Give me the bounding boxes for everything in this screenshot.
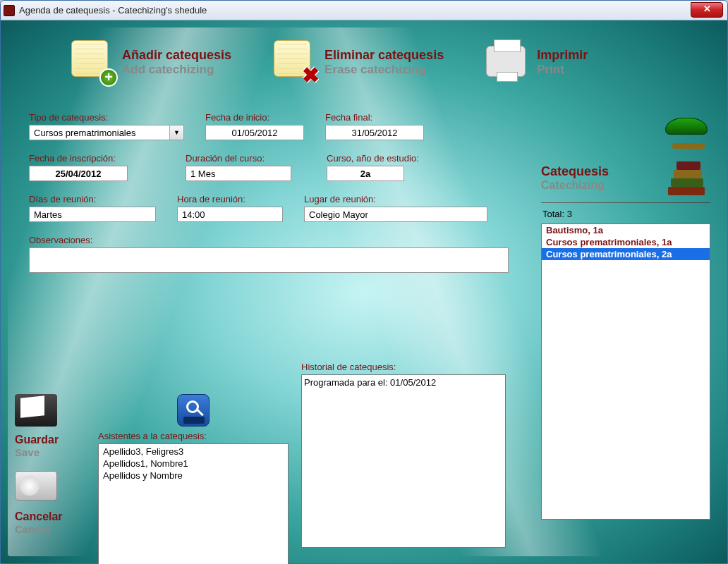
list-item[interactable]: Apellido3, Feligres3: [100, 446, 286, 458]
save-label-es: Guardar: [15, 434, 59, 446]
dias-input[interactable]: [29, 207, 156, 222]
list-item[interactable]: Apellidos y Nombre: [100, 470, 286, 482]
add-catechizing-button[interactable]: + Añadir catequesis Add catechizing: [71, 32, 231, 92]
erase-catechizing-button[interactable]: ✖ Eliminar catequesis Erase catechizing: [274, 32, 444, 92]
panel-divider: [541, 202, 710, 203]
lugar-input[interactable]: [304, 207, 487, 222]
form-area: Tipo de catequesis: ▼ Fecha de inicio: F…: [29, 112, 523, 273]
historial-listbox[interactable]: Programada para el: 01/05/2012: [301, 374, 506, 548]
printer-icon: [486, 40, 530, 84]
hora-input[interactable]: [177, 207, 283, 222]
cancel-label-es: Cancelar: [15, 510, 63, 523]
tipo-label: Tipo de catequesis:: [29, 112, 184, 123]
list-item[interactable]: Cursos prematrimoniales, 1a: [542, 236, 710, 248]
list-item[interactable]: Cursos prematrimoniales, 2a: [542, 248, 710, 260]
obs-label: Observaciones:: [29, 235, 523, 245]
fecha-inscr-input[interactable]: [29, 166, 128, 181]
magnifier-icon: [186, 400, 199, 413]
lugar-label: Lugar de reunión:: [304, 194, 487, 204]
erase-label-en: Erase catechizing: [324, 63, 444, 77]
books-icon: [664, 156, 715, 195]
catequesis-panel: Catequesis Catechizing Total: 3 Bautismo…: [541, 152, 710, 520]
client-area: + Añadir catequesis Add catechizing ✖ El…: [1, 20, 727, 563]
add-label-es: Añadir catequesis: [122, 48, 231, 63]
list-item[interactable]: Programada para el: 01/05/2012: [304, 377, 503, 388]
duracion-label: Duración del curso:: [186, 153, 291, 164]
cancel-button[interactable]: ✖ Cancelar Cancel: [15, 471, 85, 535]
app-window: Agenda de catequesis - Catechizing's she…: [0, 0, 728, 564]
tipo-select[interactable]: [29, 125, 184, 140]
obs-textarea[interactable]: [29, 247, 509, 273]
asistentes-label: Asistentes a la catequesis:: [98, 431, 289, 441]
dropdown-icon[interactable]: ▼: [169, 125, 183, 140]
lamp-icon: [665, 118, 715, 152]
print-button[interactable]: Imprimir Print: [486, 32, 588, 92]
search-attendees-button[interactable]: [177, 394, 210, 427]
add-label-en: Add catechizing: [122, 63, 231, 77]
fecha-final-input[interactable]: [325, 125, 424, 140]
list-item[interactable]: Apellidos1, Nombre1: [100, 458, 286, 470]
app-icon: [4, 5, 15, 16]
cancel-label-en: Cancel: [15, 523, 49, 535]
close-button[interactable]: ✕: [691, 2, 723, 18]
titlebar: Agenda de catequesis - Catechizing's she…: [1, 1, 727, 20]
duracion-input[interactable]: [186, 166, 291, 181]
fecha-final-label: Fecha final:: [325, 112, 424, 123]
list-item[interactable]: Bautismo, 1a: [542, 224, 710, 236]
toolbar: + Añadir catequesis Add catechizing ✖ El…: [71, 32, 706, 92]
curso-label: Curso, año de estudio:: [327, 153, 419, 164]
print-label-es: Imprimir: [537, 48, 588, 63]
historial-label: Historial de catequesis:: [301, 362, 506, 372]
lower-section: Guardar Save ✖ Cancelar Cancel Asistente…: [15, 394, 523, 564]
catequesis-listbox[interactable]: Bautismo, 1aCursos prematrimoniales, 1aC…: [541, 223, 710, 520]
note-delete-icon: ✖: [274, 40, 317, 84]
fecha-inicio-label: Fecha de inicio:: [205, 112, 304, 123]
drive-cancel-icon: ✖: [15, 471, 60, 508]
erase-label-es: Eliminar catequesis: [324, 48, 444, 63]
hora-label: Hora de reunión:: [177, 194, 283, 204]
book-icon: [183, 417, 205, 424]
curso-input[interactable]: [327, 166, 404, 181]
window-title: Agenda de catequesis - Catechizing's she…: [19, 5, 207, 16]
total-count: Total: 3: [541, 209, 710, 219]
fecha-inicio-input[interactable]: [205, 125, 304, 140]
fecha-inscr-label: Fecha de inscripción:: [29, 153, 128, 164]
dias-label: Días de reunión:: [29, 194, 156, 204]
folder-save-icon: [15, 394, 60, 431]
save-label-en: Save: [15, 446, 40, 458]
asistentes-listbox[interactable]: Apellido3, Feligres3Apellidos1, Nombre1A…: [98, 443, 289, 564]
print-label-en: Print: [537, 63, 588, 77]
save-button[interactable]: Guardar Save: [15, 394, 85, 458]
note-add-icon: +: [71, 40, 115, 84]
